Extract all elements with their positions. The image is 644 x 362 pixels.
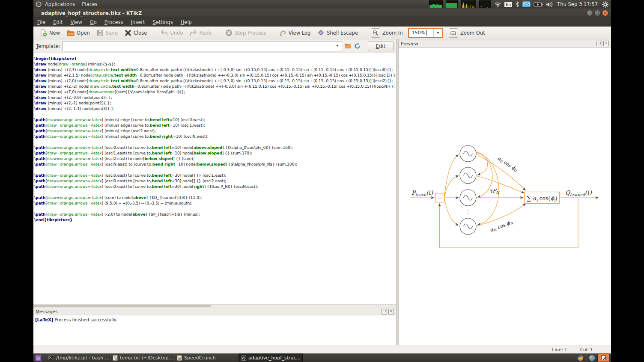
menu-process[interactable]: Process [101,19,127,25]
view-log-label: View Log [289,30,311,36]
menu-go[interactable]: Go [86,19,101,25]
network-monitor-applet[interactable] [461,0,476,8]
clock[interactable]: Thu Sep 3 17:57 [556,1,599,7]
menu-settings[interactable]: Settings [149,19,176,25]
taskbar-item-terminal[interactable]: /tmp/ktikz.git : bash ... [46,353,110,362]
undo-button-label: Undo [170,30,183,36]
workspace-applet-icon[interactable] [35,355,42,361]
close-pane-icon[interactable]: ✕ [603,41,609,46]
code-line: \path[draw=orange,arrows=-latex] (osci0.… [34,173,396,178]
close-pane-icon[interactable]: ✕ [388,309,394,315]
code-line: \draw (minus) +(2,-2) node[draw,circle,t… [34,84,396,89]
session-gear-icon[interactable] [602,1,608,8]
stop-process-icon [225,29,233,36]
taskbar-item-text-editor[interactable]: temp.txt (~/Desktop... [110,353,174,362]
swap-monitor-applet[interactable] [479,0,491,8]
menu-help[interactable]: Help [177,19,196,25]
template-combobox[interactable] [62,41,342,51]
osci0-to-osci1-arc [476,153,488,175]
undo-button[interactable]: Undo [158,28,186,37]
code-line: \path[draw=orange,arrows=-latex] (osciN.… [34,162,396,167]
taskbar-tray [575,354,611,362]
places-menu[interactable]: Places [78,1,101,7]
code-area[interactable]: \begin{tikzpicture}\draw node[draw=orang… [33,53,396,223]
open-button-label: Open [77,30,90,36]
minus-sign: − [438,195,442,201]
mail-indicator-icon[interactable] [522,1,531,7]
cpu-monitor-applet[interactable] [429,0,443,8]
wifi-icon[interactable] [494,2,501,7]
latex-tag: [LaTeX] [35,317,53,322]
code-line: \path[draw=orange,arrows=-latex] (minus)… [34,134,396,139]
shell-escape-button[interactable]: Shell Escape [314,28,361,38]
memory-monitor-applet[interactable] [446,0,458,8]
taskbar-item-speedcrunch[interactable]: SpeedCrunch [174,353,239,362]
close-window-button[interactable]: ✕ [602,10,608,16]
bluetooth-icon[interactable] [515,1,519,7]
app-tray-button[interactable] [586,354,598,362]
top-panel: Applications Places [33,0,611,9]
chevron-down-icon [437,32,439,34]
window-title: adaptive_hopf_structure.tikz - KTikZ [33,10,142,16]
menu-file[interactable]: File [33,19,49,25]
menu-insert[interactable]: Insert [127,19,149,25]
new-button[interactable]: New [37,28,63,38]
menu-edit[interactable]: Edit [49,19,66,25]
template-edit-button[interactable]: Edit [368,41,394,51]
code-editor[interactable]: \begin{tikzpicture}\draw node[draw=orang… [33,53,396,308]
bottom-taskbar: /tmp/ktikz.git : bash ... temp.txt (~/De… [33,353,611,362]
screen: Applications Places [33,0,611,362]
code-line: \draw (minus) +(2,-1.1) node(point3){.}; [34,106,396,112]
blue-globe-icon [589,355,595,361]
template-bar: Template: Edit [33,39,396,53]
close-file-button[interactable]: Close [122,28,150,38]
open-button[interactable]: Open [64,28,93,38]
template-open-file-button[interactable] [344,42,352,50]
volume-icon[interactable] [546,2,553,7]
view-log-button[interactable]: View Log [276,28,314,38]
alpha0-edge-label: α0 cos ϕ0 [496,155,519,173]
template-reload-button[interactable] [354,42,361,50]
code-line: \path[draw=orange,arrows=-latex] (sum) t… [34,195,396,201]
input-signal-label: Pteach(t) [411,189,433,197]
text-caret [426,30,426,36]
detach-pane-icon[interactable]: ❐ [382,309,387,315]
editor-column: Template: Edit \begin{tikzpict [33,39,396,345]
editor-horizontal-scrollbar[interactable] [33,304,396,308]
maximize-button[interactable]: ▢ [594,10,601,16]
ktikz-icon [241,355,246,361]
save-floppy-icon [97,30,104,36]
firefox-tray-button[interactable] [575,354,586,362]
zoom-in-button[interactable]: Zoom In [368,27,406,39]
preview-pane-header: Preview ❐ ✕ [399,39,611,48]
vertical-dots: ⋮ [466,209,471,215]
menu-view[interactable]: View [67,19,86,25]
keyboard-layout-indicator[interactable]: En [504,2,512,7]
taskbar-item-ktikz[interactable]: adaptive_hopf_struc... [239,353,303,362]
zoom-level-combobox[interactable]: 150% [408,28,443,38]
attention-tray-button[interactable] [598,354,609,362]
zoom-in-label: Zoom In [382,30,403,36]
code-line [34,139,396,145]
code-line: \path[draw=orange,arrows=-latex] (9.5,0)… [34,201,396,206]
applications-menu[interactable]: Applications [42,1,78,7]
firefox-icon [577,355,584,361]
window-titlebar[interactable]: adaptive_hopf_structure.tikz - KTikZ — ▢… [33,9,611,18]
save-button[interactable]: Save [94,28,121,38]
taskbar-item-label: /tmp/ktikz.git : bash ... [56,355,109,361]
messages-pane-header: Messages ❐ ✕ [33,308,396,315]
redo-button[interactable]: Redo [187,28,215,37]
stop-process-button[interactable]: Stop Process [222,28,269,38]
template-dropdown-button[interactable] [333,42,342,50]
detach-pane-icon[interactable]: ❐ [596,41,602,46]
code-line: \draw (minus) +(7,0) node[draw=orange](s… [34,89,396,95]
scrollbar-thumb[interactable] [33,305,211,307]
zoom-out-button[interactable]: Zoom Out [446,27,488,39]
zoom-dropdown-button[interactable] [433,29,442,37]
new-document-icon [40,29,47,36]
folder-icon [345,43,351,49]
battery-icon[interactable] [534,2,543,7]
zoom-level-value[interactable]: 150% [409,30,426,36]
terminal-icon [48,355,54,360]
minimize-button[interactable]: — [587,10,593,16]
